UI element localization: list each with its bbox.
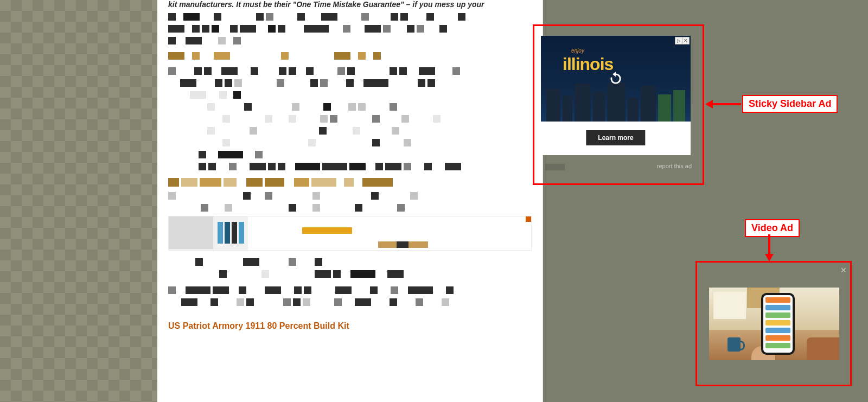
article-panel: kit manufacturers. It must be their "One… <box>157 0 543 402</box>
ad-cta-button[interactable]: Learn more <box>586 130 645 145</box>
product-card[interactable] <box>168 216 532 251</box>
ad-skyline-graphic <box>541 81 691 122</box>
article-body-placeholder <box>168 13 532 306</box>
video-ad-highlight: ✕ i▷ i▷ <box>695 261 852 386</box>
adchoices-icon[interactable]: ▷ <box>675 37 682 44</box>
ad-close-icon[interactable]: ✕ <box>682 37 690 44</box>
annotation-video-arrow <box>765 234 774 261</box>
annotation-sidebar-label: Sticky Sidebar Ad <box>742 95 838 113</box>
ad-title-text: illinois <box>563 54 613 74</box>
article-lead-line: kit manufacturers. It must be their "One… <box>168 0 532 9</box>
product-card-thumb <box>169 216 213 249</box>
video-ad-player[interactable]: i▷ i▷ <box>709 288 839 360</box>
ad-network-badge <box>545 164 565 170</box>
page-background-checker <box>0 0 157 402</box>
report-ad-link[interactable]: report this ad <box>657 163 692 169</box>
video-scene-couch <box>807 337 839 360</box>
sidebar-ad[interactable]: enjoy illinois ▷ ✕ Learn mor <box>541 36 691 155</box>
sticky-sidebar-ad-highlight: enjoy illinois ▷ ✕ Learn mor <box>533 24 704 185</box>
replay-icon[interactable] <box>608 71 623 86</box>
product-card-corner-icon <box>526 216 531 222</box>
product-card-price-bar <box>378 241 428 248</box>
video-ad-close-icon[interactable]: ✕ <box>840 266 847 275</box>
sidebar-ad-hero: enjoy illinois ▷ ✕ <box>541 36 691 122</box>
article-section-heading: US Patriot Armory 1911 80 Percent Build … <box>168 321 532 331</box>
product-card-miniswatch <box>213 216 248 249</box>
product-card-title-bar <box>302 227 352 234</box>
annotation-sidebar-arrow <box>705 100 741 109</box>
video-scene-mug <box>727 337 741 352</box>
ad-enjoy-text: enjoy <box>571 48 584 54</box>
video-scene-phone <box>761 293 795 355</box>
